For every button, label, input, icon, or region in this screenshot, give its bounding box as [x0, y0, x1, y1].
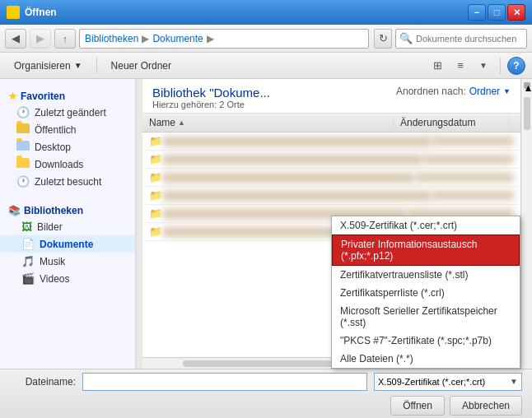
search-box[interactable]: 🔍 [395, 29, 527, 49]
bottom-bar: Dateiname: X.509-Zertifikat (*.cer;*.crt… [0, 369, 532, 418]
file-icon: 📁 [149, 171, 162, 183]
sidebar-item-documents[interactable]: 📄 Dokumente [0, 235, 135, 253]
view-details-button[interactable]: ≡ [450, 56, 470, 76]
search-icon: 🔍 [399, 32, 413, 44]
sidebar-item-desktop[interactable]: Desktop [0, 138, 135, 156]
file-icon: 📁 [149, 135, 162, 147]
sidebar-item-music[interactable]: 🎵 Musik [0, 253, 135, 270]
filename-label: Dateiname: [10, 376, 76, 388]
sidebar-item-pictures[interactable]: 🖼 Bilder [0, 218, 135, 235]
sidebar-item-videos[interactable]: 🎬 Videos [0, 270, 135, 287]
sort-arrow-icon: ▲ [178, 118, 185, 127]
toolbar: Organisieren ▼ Neuer Ordner ⊞ ≡ ▼ ? [0, 53, 532, 79]
filename-input[interactable] [82, 373, 367, 391]
library-title: Bibliothek "Dokume... [152, 86, 270, 100]
organize-label: Organisieren [14, 60, 71, 72]
star-icon: ★ [8, 91, 17, 102]
table-row[interactable]: 📁 [142, 187, 520, 205]
dropdown-item-5[interactable]: "PKCS #7"-Zertifikate (*.spc;*.p7b) [332, 332, 520, 350]
public-folder-icon [16, 123, 30, 136]
search-input[interactable] [416, 34, 523, 44]
up-button[interactable]: ↑ [54, 29, 76, 49]
file-icon: 📁 [149, 153, 162, 165]
breadcrumb-bar[interactable]: Bibliotheken ▶ Dokumente ▶ [79, 29, 369, 49]
col-header-spacer [509, 115, 520, 130]
table-row[interactable]: 📁 [142, 132, 520, 151]
music-icon: 🎵 [21, 255, 35, 267]
arrange-label: Anordnen nach: [396, 86, 466, 97]
library-icon: 📚 [8, 205, 21, 216]
breadcrumb-sep-2: ▶ [207, 33, 214, 44]
view-list-button[interactable]: ⊞ [427, 56, 447, 76]
table-row[interactable]: 📁 [142, 151, 520, 169]
dropdown-item-0[interactable]: X.509-Zertifikat (*.cer;*.crt) [332, 216, 520, 235]
sidebar-scrollbar[interactable] [136, 79, 142, 369]
file-header-right: Anordnen nach: Ordner ▼ [396, 86, 511, 97]
libraries-section-title: 📚 Bibliotheken [0, 200, 135, 218]
pictures-icon: 🖼 [21, 221, 32, 233]
sidebar-item-recently-changed[interactable]: 🕐 Zuletzt geändert [0, 104, 135, 121]
sidebar-item-downloads[interactable]: Downloads [0, 156, 135, 173]
new-folder-button[interactable]: Neuer Ordner [104, 55, 179, 77]
dropdown-item-2[interactable]: Zertifikatvertrauensliste (*.stl) [332, 266, 520, 284]
dropdown-item-4[interactable]: Microsoft Serieller Zertifikatspeicher (… [332, 302, 520, 332]
documents-icon: 📄 [21, 238, 35, 250]
toolbar-separator [96, 58, 97, 74]
table-row[interactable]: 📁 [142, 169, 520, 187]
desktop-folder-icon [16, 141, 30, 153]
filetype-dropdown[interactable]: X.509-Zertifikat (*.cer;*.crt) Privater … [331, 216, 520, 369]
dropdown-item-3[interactable]: Zertifikatsperrliste (*.crl) [332, 284, 520, 302]
library-subtext: Hierzu gehören: 2 Orte [152, 100, 270, 109]
cancel-button[interactable]: Abbrechen [450, 396, 522, 416]
help-button[interactable]: ? [507, 57, 525, 75]
clock-icon: 🕐 [16, 106, 30, 118]
recent-folder-icon: 🕐 [16, 175, 30, 188]
sidebar-item-recently-visited[interactable]: 🕐 Zuletzt besucht [0, 173, 135, 190]
refresh-button[interactable]: ↻ [374, 29, 392, 49]
title-bar: Öffnen − □ ✕ [0, 0, 532, 25]
column-headers: Name ▲ Änderungsdatum [142, 114, 520, 132]
maximize-button[interactable]: □ [488, 4, 506, 21]
close-button[interactable]: ✕ [507, 4, 525, 21]
breadcrumb-dokumente[interactable]: Dokumente [152, 33, 203, 44]
download-folder-icon [16, 158, 30, 170]
col-header-name[interactable]: Name ▲ [142, 115, 394, 130]
file-icon: 📁 [149, 207, 162, 220]
file-header-left: Bibliothek "Dokume... Hierzu gehören: 2 … [152, 86, 270, 109]
arrange-current[interactable]: Ordner [469, 86, 500, 97]
dropdown-item-1[interactable]: Privater Informationsaustausch (*.pfx;*.… [332, 235, 520, 266]
button-row: Öffnen Abbrechen [10, 396, 522, 416]
breadcrumb-libraries[interactable]: Bibliotheken [85, 33, 138, 44]
videos-icon: 🎬 [21, 272, 35, 285]
col-header-date[interactable]: Änderungsdatum [394, 115, 509, 130]
back-button[interactable]: ◀ [5, 29, 26, 49]
arrange-arrow: ▼ [503, 87, 511, 95]
new-folder-label: Neuer Ordner [111, 60, 171, 72]
window-title: Öffnen [25, 7, 57, 18]
organize-button[interactable]: Organisieren ▼ [7, 55, 90, 77]
sidebar-divider [0, 190, 135, 200]
organize-dropdown-arrow: ▼ [74, 61, 82, 70]
toolbar-sep-2 [500, 58, 501, 74]
view-options-button[interactable]: ▼ [474, 56, 493, 76]
breadcrumb-sep-1: ▶ [142, 33, 149, 44]
filetype-arrow-icon: ▼ [510, 377, 518, 386]
window-controls: − □ ✕ [468, 4, 525, 21]
favorites-section-title: ★ Favoriten [0, 86, 135, 104]
sidebar: ★ Favoriten 🕐 Zuletzt geändert Öffentlic… [0, 79, 136, 369]
sidebar-item-public[interactable]: Öffentlich [0, 121, 135, 138]
window-icon [7, 6, 20, 19]
forward-button[interactable]: ▶ [30, 29, 51, 49]
file-icon: 📁 [149, 189, 162, 202]
toolbar-right: ⊞ ≡ ▼ ? [427, 56, 525, 76]
filetype-select[interactable]: X.509-Zertifikat (*.cer;*.crt) ▼ [374, 373, 522, 391]
filetype-current: X.509-Zertifikat (*.cer;*.crt) [378, 377, 485, 387]
vertical-scrollbar[interactable]: ▲ [520, 79, 532, 369]
file-icon: 📁 [149, 225, 162, 238]
minimize-button[interactable]: − [468, 4, 486, 21]
navigation-bar: ◀ ▶ ↑ Bibliotheken ▶ Dokumente ▶ ↻ 🔍 [0, 25, 532, 53]
open-button[interactable]: Öffnen [390, 396, 445, 416]
filename-row: Dateiname: X.509-Zertifikat (*.cer;*.crt… [10, 373, 522, 391]
file-header: Bibliothek "Dokume... Hierzu gehören: 2 … [142, 79, 520, 114]
dropdown-item-6[interactable]: Alle Dateien (*.*) [332, 350, 520, 368]
